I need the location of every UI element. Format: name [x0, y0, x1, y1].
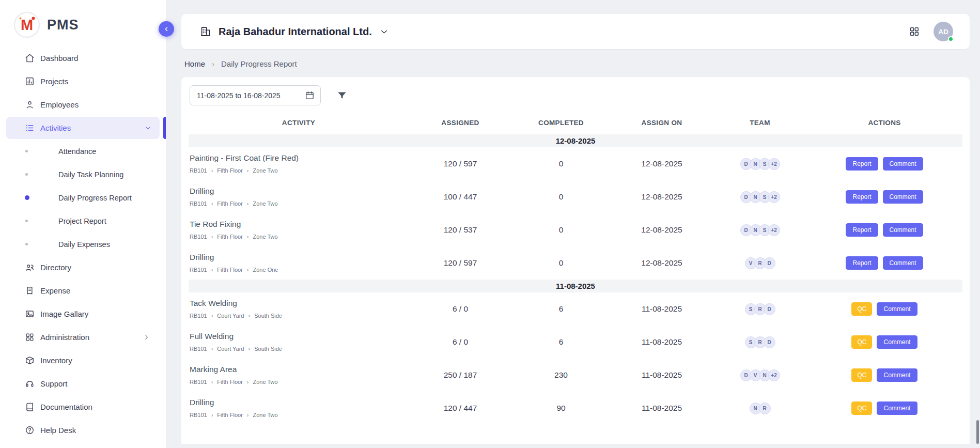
location-floor: Fifth Floor: [217, 234, 243, 240]
row-actions: Report Comment: [806, 157, 962, 171]
qc-button[interactable]: QC: [851, 335, 872, 349]
sidebar-item-administration[interactable]: Administration: [0, 326, 166, 349]
report-button[interactable]: Report: [846, 256, 878, 270]
company-selector[interactable]: Raja Bahadur International Ltd.: [200, 26, 389, 38]
sidebar-item-dashboard[interactable]: Dashboard: [0, 47, 166, 70]
sidebar-subitem-label: Project Report: [58, 217, 106, 225]
sidebar-item-label: Support: [40, 379, 68, 388]
team-avatar-extra[interactable]: +2: [768, 158, 780, 170]
comment-button[interactable]: Comment: [883, 256, 923, 270]
sidebar-item-directory[interactable]: Directory: [0, 256, 166, 279]
company-name: Raja Bahadur International Ltd.: [219, 26, 372, 38]
completed-value: 230: [512, 359, 610, 392]
location-floor: Fifth Floor: [217, 167, 243, 174]
qc-button[interactable]: QC: [851, 302, 872, 316]
date-range-input[interactable]: [197, 91, 305, 100]
breadcrumb-home[interactable]: Home: [184, 59, 205, 68]
bullet-dot-icon: [25, 195, 29, 200]
qc-button[interactable]: QC: [851, 401, 872, 415]
team-avatar[interactable]: D: [764, 257, 775, 269]
location-zone: Zone One: [253, 267, 278, 273]
sidebar-item-support[interactable]: Support: [0, 372, 166, 395]
filter-funnel-icon[interactable]: [336, 90, 348, 101]
qc-button[interactable]: QC: [851, 368, 872, 382]
assign-on-value: 12-08-2025: [610, 246, 713, 280]
sidebar-item-help-desk[interactable]: Help Desk: [0, 419, 166, 442]
sidebar-item-projects[interactable]: Projects: [0, 70, 166, 93]
location-floor: Fifth Floor: [217, 267, 243, 273]
column-header-assigned: ASSIGNED: [409, 112, 512, 134]
table-row: Drilling RB101›Fifth Floor›Zone Two 120 …: [189, 392, 962, 425]
user-icon: [25, 100, 35, 110]
sidebar-item-image-gallary[interactable]: Image Gallary: [0, 302, 166, 326]
table-row: Tie Rod Fixing RB101›Fifth Floor›Zone Tw…: [189, 213, 962, 246]
sidebar-item-expense[interactable]: Expense: [0, 279, 166, 302]
filter-row: [181, 85, 970, 105]
activity-name: Drilling: [190, 398, 409, 407]
chevron-right-icon: ›: [248, 313, 251, 319]
comment-button[interactable]: Comment: [877, 401, 917, 415]
sidebar-item-project-report[interactable]: Project Report: [0, 209, 166, 233]
logo[interactable]: M PMS: [0, 0, 166, 47]
activity-location: RB101›Court Yard›South Side: [190, 313, 409, 319]
date-group-header: 12-08-2025: [189, 134, 962, 147]
sidebar-item-label: Expense: [40, 286, 70, 295]
sidebar-item-inventory[interactable]: Inventory: [0, 349, 166, 372]
assign-on-value: 12-08-2025: [610, 147, 713, 180]
grid-icon: [25, 332, 35, 342]
activity-location: RB101›Fifth Floor›Zone Two: [190, 167, 409, 174]
location-project: RB101: [190, 412, 207, 418]
table-row: Painting - First Coat (Fire Red) RB101›F…: [189, 147, 962, 180]
sidebar-item-documentation[interactable]: Documentation: [0, 395, 166, 419]
chevron-right-icon: ›: [247, 234, 249, 240]
report-button[interactable]: Report: [846, 157, 878, 171]
brand-logo-icon: M: [13, 11, 40, 38]
team-avatar[interactable]: R: [759, 403, 771, 414]
assigned-value: 6 / 0: [409, 326, 512, 359]
table-row: Drilling RB101›Fifth Floor›Zone Two 100 …: [189, 180, 962, 213]
location-floor: Fifth Floor: [217, 200, 243, 207]
comment-button[interactable]: Comment: [877, 368, 917, 382]
sidebar-item-employees[interactable]: Employees: [0, 93, 166, 116]
row-actions: Report Comment: [806, 256, 962, 270]
team-avatar-extra[interactable]: +2: [768, 224, 780, 236]
team-avatars: D N S +2: [713, 191, 806, 203]
column-header-completed: COMPLETED: [512, 112, 610, 134]
team-avatar[interactable]: D: [764, 303, 775, 315]
chevron-down-icon: [144, 124, 152, 132]
sidebar-item-daily-progress-report[interactable]: Daily Progress Report: [0, 186, 166, 209]
table-row: Full Welding RB101›Court Yard›South Side…: [189, 326, 962, 359]
sidebar-item-attendance[interactable]: Attendance: [0, 140, 166, 163]
sidebar-collapse-button[interactable]: ‹: [159, 21, 174, 37]
comment-button[interactable]: Comment: [883, 190, 923, 204]
assigned-value: 120 / 597: [409, 246, 512, 280]
sidebar-item-label: Image Gallary: [40, 310, 88, 318]
comment-button[interactable]: Comment: [877, 302, 917, 316]
comment-button[interactable]: Comment: [883, 223, 923, 237]
date-range-field[interactable]: [190, 85, 321, 105]
svg-text:M: M: [21, 17, 33, 33]
apps-grid-icon[interactable]: [909, 26, 920, 37]
user-avatar[interactable]: AD: [934, 22, 953, 41]
chevron-down-icon: [379, 27, 389, 37]
location-zone: Zone Two: [253, 200, 278, 207]
report-button[interactable]: Report: [846, 223, 878, 237]
team-avatar-extra[interactable]: +2: [768, 191, 780, 203]
team-avatar[interactable]: D: [764, 336, 775, 348]
sidebar-item-daily-expenses[interactable]: Daily Expenses: [0, 233, 166, 256]
sidebar-item-label: Activities: [40, 123, 71, 132]
scrollbar-thumb[interactable]: [976, 420, 979, 444]
team-avatar-extra[interactable]: +2: [768, 369, 780, 381]
team-avatars: V R D: [713, 257, 806, 269]
app-title: PMS: [47, 17, 79, 33]
sidebar-subitem-label: Daily Progress Report: [58, 194, 132, 202]
sidebar-item-activities[interactable]: Activities: [6, 117, 160, 139]
progress-report-table: ACTIVITY ASSIGNED COMPLETED ASSIGN ON TE…: [189, 112, 962, 425]
assign-on-value: 11-08-2025: [610, 392, 713, 425]
report-button[interactable]: Report: [846, 190, 878, 204]
comment-button[interactable]: Comment: [877, 335, 917, 349]
comment-button[interactable]: Comment: [883, 157, 923, 171]
assign-on-value: 11-08-2025: [610, 326, 713, 359]
sidebar-item-daily-task-planning[interactable]: Daily Task Planning: [0, 163, 166, 186]
top-header-bar: Raja Bahadur International Ltd. AD: [181, 14, 970, 49]
